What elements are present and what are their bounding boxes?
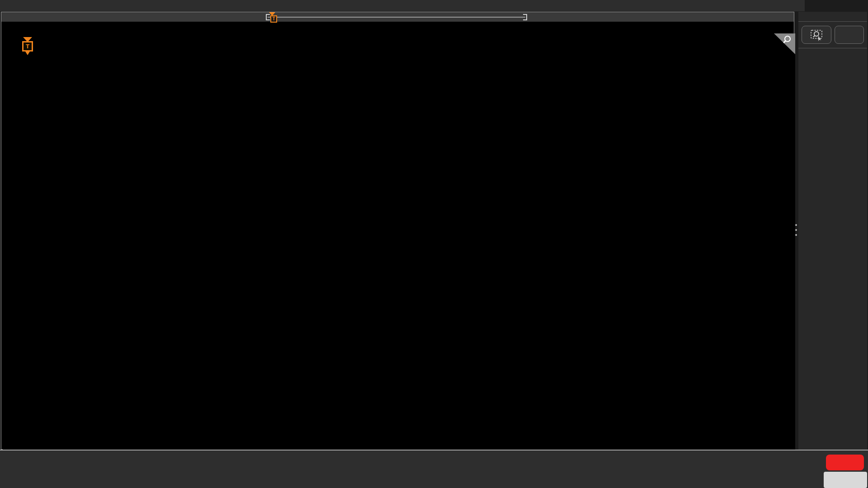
- timeline-overview[interactable]: T: [266, 14, 527, 21]
- zoom-select-button[interactable]: [802, 26, 831, 44]
- sidebar: [798, 12, 867, 450]
- timeline-right-bracket[interactable]: [523, 14, 527, 20]
- sidebar-divider: [798, 48, 867, 48]
- sidebar-divider: [798, 21, 867, 22]
- waveform-view-titlebar: T: [1, 12, 794, 22]
- timeline-trigger-icon[interactable]: T: [270, 15, 277, 23]
- trigger-position-marker[interactable]: T: [21, 37, 34, 58]
- waveform-grid: T: [3, 33, 795, 450]
- panel-resize-handle[interactable]: [795, 224, 797, 236]
- timeline-line: [268, 17, 525, 18]
- datetime-display[interactable]: [824, 472, 867, 488]
- bottom-bar: [0, 450, 868, 488]
- trigger-tail-icon: [25, 52, 30, 55]
- waveform-view: T T: [1, 12, 794, 450]
- sidebar-header: [798, 12, 867, 17]
- trigger-t-icon: T: [22, 41, 33, 52]
- sidebar-button-grid-2: [798, 26, 867, 44]
- more-button[interactable]: [835, 26, 864, 44]
- zoom-select-icon: [809, 28, 824, 41]
- menu-bar: [0, 0, 805, 11]
- preview-button[interactable]: [826, 455, 864, 470]
